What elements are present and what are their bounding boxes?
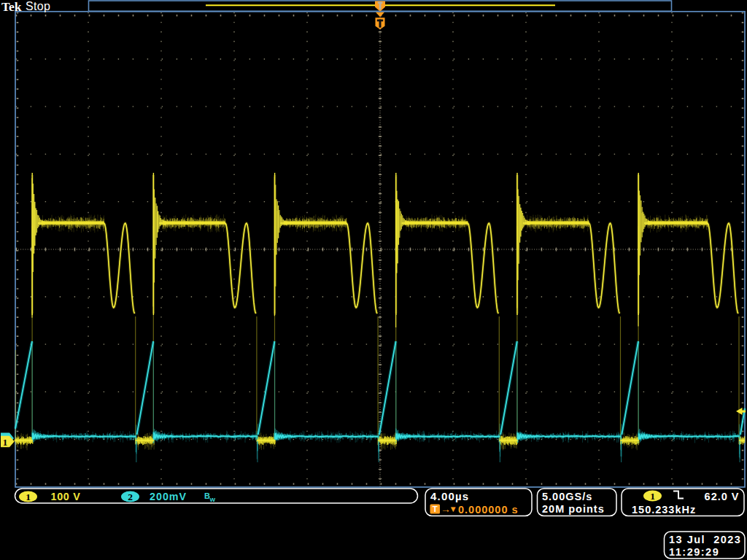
svg-text:1: 1 — [26, 491, 31, 502]
svg-text:▼: ▼ — [449, 505, 457, 513]
svg-text:200mV: 200mV — [150, 491, 187, 502]
svg-text:11:29:29: 11:29:29 — [669, 546, 719, 558]
svg-text:100 V: 100 V — [51, 491, 81, 502]
svg-text:W: W — [210, 497, 216, 503]
svg-text:2: 2 — [128, 491, 133, 502]
svg-text:1: 1 — [3, 437, 8, 448]
svg-text:Stop: Stop — [26, 0, 50, 12]
svg-text:T: T — [433, 505, 438, 513]
svg-text:5.00GS/s: 5.00GS/s — [542, 491, 592, 502]
svg-text:13 Jul 2023: 13 Jul 2023 — [669, 534, 741, 545]
svg-text:150.233kHz: 150.233kHz — [632, 504, 696, 516]
svg-text:Tek: Tek — [1, 0, 22, 14]
svg-text:62.0 V: 62.0 V — [705, 491, 740, 502]
svg-text:1: 1 — [650, 491, 655, 502]
svg-text:0.000000 s: 0.000000 s — [458, 504, 519, 516]
svg-text:4.00µs: 4.00µs — [430, 490, 469, 502]
svg-text:20M points: 20M points — [542, 503, 605, 515]
